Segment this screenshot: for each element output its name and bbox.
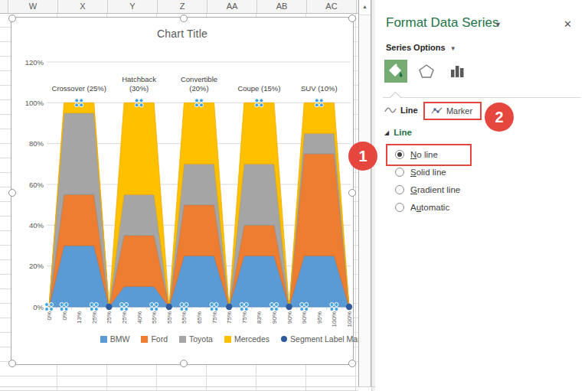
radio-automatic-label: Automatic [410,203,449,212]
selected-point-highlight-icon [330,303,334,307]
selected-point-highlight-icon [185,308,188,311]
legend-marker-dot-icon [281,336,287,342]
x-axis-tick-label: 25% [106,311,113,324]
tab-marker[interactable]: Marker [423,103,480,119]
radio-button[interactable] [395,168,404,177]
selected-point-highlight-icon [135,99,139,103]
selected-point-highlight-icon [94,303,98,307]
pane-title-dropdown-icon[interactable]: ▼ [495,21,501,28]
legend-item-Toyota[interactable]: Toyota [179,334,213,344]
column-header-Z[interactable]: Z [158,0,207,13]
worksheet-bottom-edge [0,386,375,387]
selected-point-highlight-icon [139,103,143,107]
effects-tab[interactable] [415,60,438,83]
selected-point-highlight-icon [150,308,154,311]
selected-point-highlight-icon [155,303,158,307]
line-group-label: Line [394,128,412,137]
selected-point-highlight-icon [319,103,323,107]
selected-point-highlight-icon [330,308,334,311]
chart-resize-handle-top-center[interactable] [180,15,188,22]
series-options-label: Series Options [386,43,446,52]
x-axis-tick-label: 75% [241,311,248,324]
radio-button-selected[interactable] [395,150,404,159]
selected-point-highlight-icon [120,303,124,307]
x-axis-tick-label: 83% [256,311,263,324]
column-header-AC[interactable]: AC [307,0,357,13]
selected-point-highlight-icon [240,303,243,307]
segment-label: Hatchback [122,75,156,83]
bar-chart-icon [449,63,466,80]
chart-resize-handle-mid-right[interactable] [348,189,356,197]
selected-point-highlight-icon [64,303,68,307]
radio-gradient-line-label: Gradient line [410,185,460,194]
close-icon[interactable]: ✕ [564,18,572,30]
selected-point-highlight-icon [275,303,279,307]
chart-resize-handle-bottom-left[interactable] [8,360,16,367]
column-headers: WXYZAAABAC [0,0,358,14]
selected-point-highlight-icon [214,303,218,307]
x-axis-tick-label: 55% [181,311,188,324]
column-header-partial[interactable] [0,0,8,13]
radio-button[interactable] [395,185,404,194]
radio-no-line[interactable]: No line [395,145,460,163]
y-axis-tick-label: 60% [29,181,44,189]
tab-line[interactable]: Line [384,106,418,115]
x-axis-tick-label: 40% [136,311,143,324]
selected-point-highlight-icon [155,308,158,311]
column-header-Y[interactable]: Y [108,0,158,13]
selected-point-highlight-icon [180,308,184,311]
x-axis-tick-label: 25% [121,311,128,324]
selected-point-highlight-icon [45,303,49,307]
x-axis-tick-label: 55% [166,311,173,324]
worksheet-vertical-scrollbar[interactable]: ▲ [358,0,371,386]
scroll-up-icon[interactable]: ▲ [359,0,371,15]
chart-resize-handle-top-right[interactable] [348,15,356,22]
chart-legend[interactable]: BMWFordToyotaMercedesSegment Label Marke… [11,334,353,344]
chart-resize-handle-mid-left[interactable] [8,189,16,197]
tab-line-label: Line [400,106,418,115]
selected-point-highlight-icon [255,103,259,107]
marker-dot-icon [166,304,172,310]
column-header-AB[interactable]: AB [257,0,307,13]
selected-point-highlight-icon [270,308,274,311]
radio-no-line-label: No line [410,150,438,159]
x-axis-tick-label: 0% [46,311,53,321]
chart-object[interactable]: Chart Title 0%20%40%60%80%100%120%0%0%13… [11,17,354,365]
fill-line-tab[interactable] [384,60,407,83]
selected-point-highlight-icon [94,308,98,311]
tab-marker-label: Marker [446,106,472,116]
x-axis-tick-label: 90% [286,311,293,324]
series-options-tab[interactable] [446,60,469,83]
line-icon [384,106,397,114]
selected-point-highlight-icon [64,308,68,311]
selected-point-highlight-icon [185,303,188,307]
x-axis-tick-label: 90% [301,311,308,324]
series-options-dropdown[interactable]: Series Options▼ [386,43,456,52]
marker-dot-icon [286,304,292,310]
selected-point-highlight-icon [305,303,309,307]
selected-point-highlight-icon [335,303,338,307]
legend-item-BMW[interactable]: BMW [100,334,130,344]
selected-point-highlight-icon [210,308,214,311]
selected-point-highlight-icon [244,308,248,311]
x-axis-tick-label: 100% [331,311,338,327]
column-header-X[interactable]: X [58,0,108,13]
worksheet[interactable]: WXYZAAABAC Chart Title 0%20%40%60%80%100… [0,0,358,391]
selected-point-highlight-icon [125,308,129,311]
legend-item-Mercedes[interactable]: Mercedes [224,334,270,344]
x-axis-tick-label: 65% [196,311,203,324]
radio-button[interactable] [395,203,404,212]
selected-point-highlight-icon [275,308,279,311]
format-data-series-pane: Format Data Series ▼ ✕ Series Options▼ [375,0,588,391]
chart-resize-handle-top-left[interactable] [8,15,16,22]
chart-resize-handle-bottom-right[interactable] [348,360,356,367]
radio-gradient-line[interactable]: Gradient line [395,181,460,198]
column-header-AA[interactable]: AA [207,0,257,13]
selected-point-highlight-icon [255,99,259,103]
legend-item-Ford[interactable]: Ford [141,334,168,344]
radio-solid-line[interactable]: Solid line [395,163,460,181]
line-group-header[interactable]: ◢ Line [384,128,412,137]
column-header-W[interactable]: W [8,0,58,13]
radio-automatic[interactable]: Automatic [395,198,460,216]
chart-resize-handle-bottom-center[interactable] [180,360,188,367]
